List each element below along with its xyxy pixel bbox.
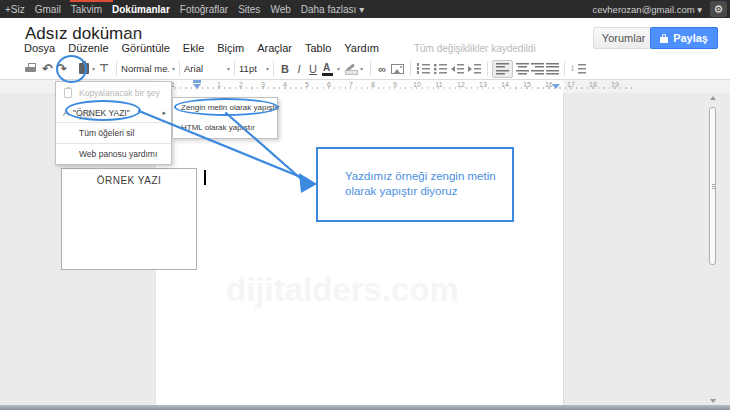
insert-link-icon[interactable]: ∞ (375, 63, 389, 75)
chevron-down-icon: ▾ (172, 65, 175, 72)
clipboard-dropdown-caret-icon[interactable]: ▾ (92, 65, 95, 72)
left-margin-marker[interactable] (193, 84, 201, 89)
menu-bar: Dosya Düzenle Görüntüle Ekle Biçim Araçl… (24, 42, 536, 54)
redo-icon[interactable]: ↷ (56, 61, 67, 76)
vertical-scrollbar[interactable] (709, 95, 717, 405)
italic-button[interactable]: I (293, 63, 305, 75)
highlight-caret-icon[interactable]: ▾ (360, 65, 363, 72)
nav-daha-fazlasi[interactable]: Daha fazlası ▾ (301, 4, 364, 15)
ruler-number: 9 (393, 81, 397, 88)
right-margin-marker[interactable] (552, 84, 560, 89)
star-icon[interactable]: ☆ (128, 27, 140, 42)
lock-icon (660, 34, 668, 43)
align-left-active-box[interactable] (492, 60, 513, 78)
nav-sites[interactable]: Sites (238, 4, 260, 15)
align-center-icon[interactable] (516, 63, 529, 75)
ruler-number: 5 (305, 81, 309, 88)
google-services-nav: +Siz Gmail Takvim Dokümanlar Fotoğraflar… (5, 0, 364, 18)
scrollbar-thumb[interactable] (709, 107, 716, 265)
menu-ekle[interactable]: Ekle (183, 42, 204, 54)
menu-item-clipboard-help[interactable]: Web panosu yardımı (56, 144, 171, 164)
align-justify-icon[interactable] (546, 63, 559, 75)
menu-araclar[interactable]: Araçlar (257, 42, 292, 54)
document-header: Adsız doküman ☆ Dosya Düzenle Görüntüle … (0, 18, 730, 58)
paste-submenu: Zengin metin olarak yapıştır HTML olarak… (172, 97, 278, 139)
gear-icon[interactable]: ⚙ (710, 1, 727, 17)
menu-tablo[interactable]: Tablo (305, 42, 331, 54)
nav-web[interactable]: Web (270, 4, 290, 15)
ruler-number: 2 (239, 81, 243, 88)
increase-indent-icon[interactable] (468, 63, 481, 74)
font-size-value: 11pt (239, 63, 257, 74)
decrease-indent-icon[interactable] (451, 63, 464, 74)
web-clipboard-menu: Kopyalanacak bir şey yok A "ÖRNEK YAZI" … (55, 81, 172, 165)
print-icon[interactable] (25, 63, 38, 75)
text-color-caret-icon[interactable]: ▾ (337, 65, 340, 72)
menu-duzenle[interactable]: Düzenle (68, 42, 108, 54)
text-format-icon: A (63, 104, 69, 122)
ruler-number: 12 (457, 81, 465, 88)
nav-plus-siz[interactable]: +Siz (5, 4, 25, 15)
nav-gmail[interactable]: Gmail (35, 4, 61, 15)
comments-button-label: Yorumlar (602, 32, 646, 44)
menu-dosya[interactable]: Dosya (24, 42, 55, 54)
ruler-number: 6 (327, 81, 331, 88)
text-color-icon[interactable]: A (321, 62, 334, 76)
ruler-number: 19 (611, 81, 619, 88)
bottom-edge-strip (0, 405, 730, 410)
insert-image-icon[interactable] (391, 64, 404, 74)
account-email[interactable]: cevherozan@gmail.com ▾ (593, 0, 702, 18)
ruler-number: 18 (589, 81, 597, 88)
chevron-down-icon: ▾ (227, 65, 230, 72)
text-cursor (204, 170, 206, 185)
align-left-icon[interactable] (496, 63, 509, 75)
google-bar: +Siz Gmail Takvim Dokümanlar Fotoğraflar… (0, 0, 730, 18)
menu-item-label: "ÖRNEK YAZI" (73, 104, 130, 122)
highlight-color-icon[interactable] (344, 63, 357, 75)
google-docs-window: +Siz Gmail Takvim Dokümanlar Fotoğraflar… (0, 0, 730, 410)
share-button[interactable]: Paylaş (650, 27, 718, 49)
nav-takvim[interactable]: Takvim (71, 4, 102, 15)
menu-goruntule[interactable]: Görüntüle (122, 42, 170, 54)
paragraph-style-select[interactable]: Normal me... ▾ (121, 63, 175, 74)
web-clipboard-icon[interactable] (79, 62, 90, 75)
menu-bicim[interactable]: Biçim (217, 42, 244, 54)
menu-item-clear-all[interactable]: Tüm öğeleri sil (56, 123, 171, 143)
share-button-label: Paylaş (673, 32, 708, 44)
numbered-list-icon[interactable] (417, 63, 430, 74)
font-family-value: Arial (184, 63, 203, 74)
scroll-down-icon[interactable] (710, 399, 716, 403)
align-right-icon[interactable] (531, 63, 544, 75)
scrollbar-grip (712, 184, 715, 189)
annotation-callout: Yazdımız örneği zengin metin olarak yapı… (316, 147, 514, 222)
font-family-select[interactable]: Arial ▾ (184, 63, 230, 74)
underline-button[interactable]: U (307, 63, 319, 75)
paint-format-icon[interactable]: ⊤ (98, 62, 110, 75)
paragraph-style-value: Normal me... (121, 63, 169, 74)
ruler-number: 7 (349, 81, 353, 88)
ruler-number: 14 (501, 81, 509, 88)
nav-fotograflar[interactable]: Fotoğraflar (180, 4, 228, 15)
menu-item-ornek-yazi[interactable]: A "ÖRNEK YAZI" ▸ (56, 104, 171, 122)
clipboard-preview-text: ÖRNEK YAZI (62, 175, 196, 186)
undo-icon[interactable]: ↶ (42, 61, 53, 76)
line-spacing-icon[interactable] (570, 63, 586, 75)
ruler-number: 17 (567, 81, 575, 88)
ruler-number: 11 (435, 81, 442, 88)
document-page[interactable]: dijitalders.com (155, 93, 564, 405)
clipboard-outline-icon (64, 88, 72, 98)
menu-item-paste-html[interactable]: HTML olarak yapıştır (173, 118, 277, 138)
clipboard-preview-box: ÖRNEK YAZI (61, 168, 197, 270)
menu-item-paste-rich-text[interactable]: Zengin metin olarak yapıştır (173, 98, 277, 118)
nav-dokumanlar[interactable]: Dokümanlar (112, 4, 170, 15)
bold-button[interactable]: B (279, 63, 291, 75)
scroll-up-icon[interactable] (710, 96, 716, 100)
ruler-number: 13 (479, 81, 487, 88)
menu-yardim[interactable]: Yardım (344, 42, 379, 54)
bulleted-list-icon[interactable] (434, 63, 447, 74)
font-size-select[interactable]: 11pt ▾ (239, 63, 269, 74)
document-title[interactable]: Adsız doküman (25, 24, 142, 44)
first-line-indent-marker[interactable] (193, 80, 201, 83)
ruler-number: 15 (523, 81, 531, 88)
watermark: dijitalders.com (226, 271, 459, 309)
